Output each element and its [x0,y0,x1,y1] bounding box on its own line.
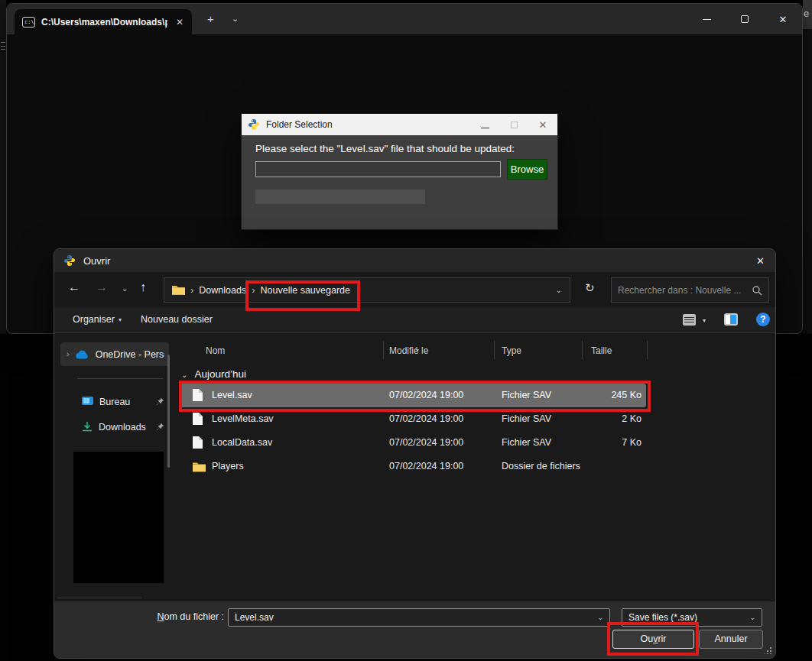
close-icon[interactable]: ✕ [756,256,765,266]
file-type: Fichier SAV [502,437,551,448]
address-dropdown-icon[interactable]: ⌄ [556,287,562,294]
column-divider [582,341,583,359]
folder-selection-titlebar: Folder Selection ✕ [242,114,557,135]
file-name: LocalData.sav [212,437,272,448]
filetype-dropdown[interactable]: Save files (*.sav) ⌄ [622,608,762,627]
group-chevron-icon: ⌄ [181,371,187,379]
maximize-icon [499,118,528,131]
dialog-message: Please select the "Level.sav" file that … [255,143,515,154]
file-row-levelmeta-sav[interactable]: LevelMeta.sav 07/02/2024 19:00 Fichier S… [180,407,646,431]
file-name: LevelMeta.sav [212,413,274,424]
help-icon[interactable]: ? [756,313,770,326]
close-icon[interactable]: ✕ [778,15,787,24]
file-type: Fichier SAV [502,390,551,400]
chevron-down-icon[interactable]: ⌄ [597,614,603,621]
refresh-icon[interactable]: ↻ [585,282,595,293]
tab-dropdown-icon[interactable]: ⌄ [232,14,239,24]
dialog-title: Ouvrir [83,255,749,267]
desktop-icon [82,397,93,407]
view-dropdown-icon[interactable]: ▾ [703,318,706,324]
file-row-players[interactable]: Players 07/02/2024 19:00 Dossier de fich… [180,455,646,478]
browse-button[interactable]: Browse [507,159,547,180]
file-icon [193,389,203,401]
file-icon [193,413,203,425]
sidebar-scrollbar[interactable] [167,355,170,468]
chevron-down-icon[interactable]: ⌄ [749,614,755,621]
file-size: 245 Ko [570,390,641,400]
sidebar-separator [77,378,163,379]
back-icon[interactable]: ← [68,281,80,293]
group-label: Aujourd’hui [194,368,246,380]
tab-close-icon[interactable]: ✕ [174,16,186,28]
download-icon [82,422,93,432]
cancel-button[interactable]: Annuler [699,630,763,649]
filename-combobox[interactable]: Level.sav ⌄ [228,608,610,627]
breadcrumb-separator-icon: › [190,285,193,295]
command-bar: Organiser▾ Nouveau dossier ▾ ? [54,307,775,333]
background-window-left-edge [0,0,6,334]
file-name: Level.sav [212,390,252,400]
maximize-icon[interactable] [741,15,749,23]
search-box[interactable] [611,277,769,303]
new-folder-button[interactable]: Nouveau dossier [141,314,213,325]
file-size: 7 Ko [570,437,641,448]
dialog-title: Folder Selection [266,119,464,130]
filetype-value: Save files (*.sav) [628,612,697,623]
file-modified: 07/02/2024 19:00 [389,461,463,471]
file-icon [193,436,203,449]
sidebar-item-bureau[interactable]: Bureau [60,390,169,413]
file-row-level-sav[interactable]: Level.sav 07/02/2024 19:00 Fichier SAV 2… [180,384,646,407]
sort-icon: ⌄ [414,345,421,352]
column-header-type[interactable]: Type [502,345,521,356]
dialog-content: › OneDrive - Perso Bureau [54,333,775,601]
up-icon[interactable]: ↑ [140,281,146,293]
file-modified: 07/02/2024 19:00 [389,437,463,448]
cmd-icon: c:\ [22,17,35,28]
column-divider [383,341,384,359]
path-input[interactable] [255,161,501,177]
address-bar[interactable]: › Downloads › Nouvelle sauvegarde ⌄ [164,277,570,303]
recent-locations-icon[interactable]: ⌄ [122,285,128,293]
preview-pane-icon[interactable] [724,313,738,326]
file-row-localdata-sav[interactable]: LocalData.sav 07/02/2024 19:00 Fichier S… [180,431,646,455]
minimize-icon[interactable] [470,118,499,131]
hamburger-icon [1,42,5,50]
chevron-down-icon: ▾ [119,317,122,323]
python-icon [248,118,260,131]
column-divider [494,341,495,359]
folder-icon [193,462,206,472]
terminal-tab[interactable]: c:\ C:\Users\maxen\Downloads\p ✕ [15,9,192,34]
folder-selection-dialog: Folder Selection ✕ Please select the "Le… [241,113,558,230]
sidebar-item-label: Bureau [99,397,150,407]
background-window-right-body [803,29,812,334]
search-input[interactable] [618,285,752,296]
dialog-footer: Nom du fichier : Level.sav ⌄ Save files … [54,601,775,658]
forward-icon: → [96,281,108,293]
resize-grip[interactable] [765,647,771,654]
redacted-region [73,452,164,583]
organize-menu[interactable]: Organiser▾ [73,314,122,325]
column-header-name[interactable]: Nom [206,345,225,356]
group-header[interactable]: ⌄Aujourd’hui [181,368,246,380]
open-dialog-titlebar: Ouvrir ✕ [54,249,775,272]
close-icon[interactable]: ✕ [528,120,557,130]
expand-icon[interactable]: › [67,350,70,358]
pin-icon [156,423,164,431]
open-button[interactable]: Ouvrir [612,630,694,649]
sidebar-item-onedrive[interactable]: › OneDrive - Perso [60,342,169,366]
minimize-icon[interactable] [703,19,711,20]
breadcrumb-downloads[interactable]: Downloads [199,285,246,296]
background-window-right-edge: e [803,0,812,29]
sidebar-bottom-separator [57,598,141,598]
terminal-tab-title: C:\Users\maxen\Downloads\p [41,17,167,28]
filename-value: Level.sav [235,612,274,623]
column-header-size[interactable]: Taille [591,345,612,356]
column-headers: Nom Modifié le ⌄ Type Taille [175,339,775,361]
new-tab-button[interactable]: + [207,12,214,25]
pin-icon [156,397,164,406]
navigation-bar: ← → ⌄ ↑ › Downloads › Nouvelle sauvegard… [54,272,775,307]
view-details-icon[interactable] [683,314,696,326]
column-header-modified[interactable]: Modifié le [389,345,428,356]
breadcrumb-nouvelle-sauvegarde[interactable]: Nouvelle sauvegarde [261,285,350,296]
sidebar-item-downloads[interactable]: Downloads [60,415,169,439]
